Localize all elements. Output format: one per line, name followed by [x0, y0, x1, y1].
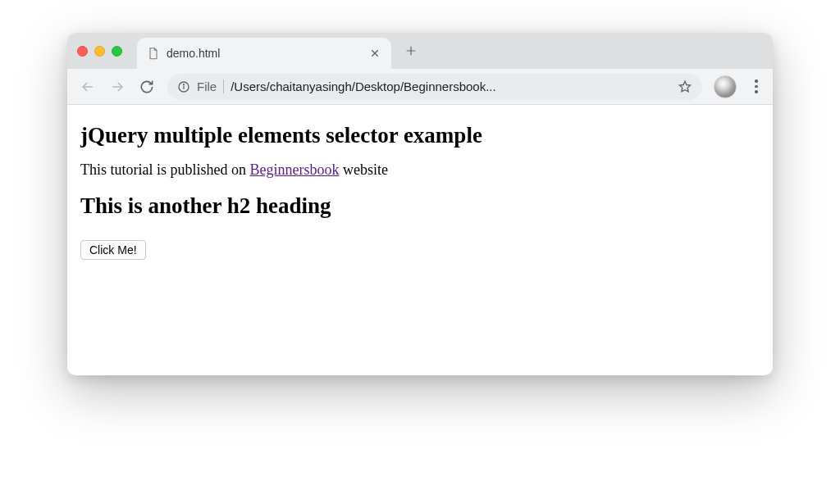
address-input[interactable]: File /Users/chaitanyasingh/Desktop/Begin… [167, 74, 702, 100]
toolbar: File /Users/chaitanyasingh/Desktop/Begin… [67, 69, 773, 105]
menu-button[interactable] [748, 76, 765, 97]
new-tab-button[interactable] [399, 39, 422, 62]
click-me-button[interactable]: Click Me! [80, 240, 146, 260]
para-text-after: website [339, 161, 387, 178]
heading-2: This is another h2 heading [80, 193, 760, 219]
beginnersbook-link[interactable]: Beginnersbook [250, 161, 340, 178]
back-button[interactable] [79, 78, 97, 96]
heading-1: jQuery multiple elements selector exampl… [80, 123, 760, 148]
maximize-window-button[interactable] [112, 46, 122, 57]
intro-paragraph: This tutorial is published on Beginnersb… [80, 161, 760, 179]
reload-button[interactable] [138, 78, 156, 96]
forward-button[interactable] [108, 78, 126, 96]
close-window-button[interactable] [77, 46, 88, 57]
para-text-before: This tutorial is published on [80, 161, 250, 178]
profile-avatar[interactable] [714, 75, 737, 98]
tab-title: demo.html [167, 47, 362, 60]
file-icon [147, 47, 160, 60]
tab-bar: demo.html [67, 33, 773, 69]
url-path: /Users/chaitanyasingh/Desktop/Beginnersb… [231, 79, 671, 93]
bookmark-star-icon[interactable] [678, 79, 692, 94]
page-content: jQuery multiple elements selector exampl… [67, 105, 773, 375]
close-tab-button[interactable] [368, 47, 381, 60]
minimize-window-button[interactable] [94, 46, 105, 57]
browser-window: demo.html [67, 33, 773, 375]
info-icon [177, 80, 190, 93]
browser-tab[interactable]: demo.html [137, 38, 391, 69]
url-scheme: File [197, 79, 224, 93]
svg-point-2 [183, 84, 184, 84]
window-controls [77, 46, 122, 57]
